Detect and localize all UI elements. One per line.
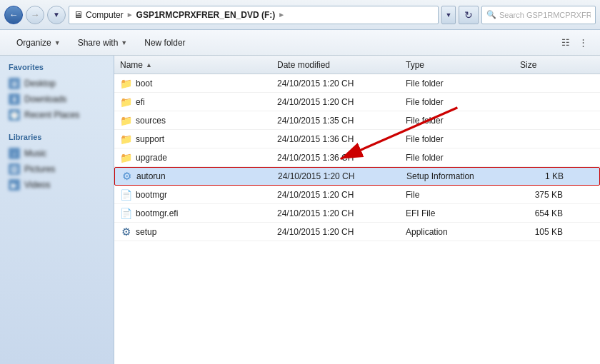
table-row[interactable]: 📄 bootmgr 24/10/2015 1:20 CH File 375 KB: [114, 186, 600, 204]
cell-date: 24/10/2015 1:20 CH: [277, 208, 406, 218]
pictures-icon: 🖼: [9, 163, 20, 175]
search-icon: 🔍: [486, 10, 496, 19]
computer-icon: 🖥: [74, 9, 83, 20]
breadcrumb-drive: GSP1RMCPRXFRER_EN_DVD (F:): [136, 10, 276, 20]
sidebar-libraries: Libraries ♪ Music 🖼 Pictures ▶ Videos: [3, 131, 111, 193]
forward-button[interactable]: →: [26, 6, 44, 24]
cell-filename: 📁 boot: [120, 78, 277, 89]
cell-type: File: [406, 190, 520, 200]
file-list-header: Name ▲ Date modified Type Size: [114, 56, 600, 74]
file-icon: ⚙: [121, 171, 132, 182]
breadcrumb-sep-2: ►: [278, 11, 285, 19]
filename-text: sources: [136, 116, 166, 126]
search-box[interactable]: 🔍 Search GSP1RMCPRXFRER...: [481, 6, 596, 24]
videos-icon: ▶: [9, 179, 20, 191]
sidebar: Favorites 🖥 Desktop ⬇ Downloads 🕐 Recent…: [0, 56, 114, 364]
file-icon: 📁: [120, 133, 131, 145]
sidebar-item-desktop[interactable]: 🖥 Desktop: [3, 76, 111, 91]
cell-date: 24/10/2015 1:36 CH: [277, 134, 406, 144]
table-row[interactable]: ⚙ autorun 24/10/2015 1:20 CH Setup Infor…: [114, 167, 600, 186]
organize-button[interactable]: Organize ▼: [9, 33, 69, 53]
recent-icon: 🕐: [9, 109, 20, 121]
cell-type: File folder: [406, 116, 520, 126]
cell-type: Setup Information: [406, 171, 521, 181]
cell-filename: ⚙ autorun: [121, 171, 278, 182]
filename-text: efi: [136, 97, 145, 107]
refresh-button[interactable]: ↻: [459, 6, 479, 24]
cell-date: 24/10/2015 1:20 CH: [277, 190, 406, 200]
cell-type: Application: [406, 227, 520, 237]
cell-size: 1 KB: [521, 171, 578, 181]
filename-text: setup: [136, 227, 156, 237]
column-date[interactable]: Date modified: [277, 60, 406, 70]
cell-filename: 📄 bootmgr: [120, 189, 277, 201]
main-area: Favorites 🖥 Desktop ⬇ Downloads 🕐 Recent…: [0, 56, 600, 364]
breadcrumb[interactable]: 🖥 Computer ► GSP1RMCPRXFRER_EN_DVD (F:) …: [69, 6, 439, 24]
table-row[interactable]: 📁 sources 24/10/2015 1:35 CH File folder: [114, 111, 600, 130]
breadcrumb-computer: Computer: [86, 10, 124, 20]
filename-text: upgrade: [136, 153, 167, 163]
column-name[interactable]: Name ▲: [120, 60, 277, 70]
file-icon: 📁: [120, 96, 131, 108]
sidebar-item-videos[interactable]: ▶ Videos: [3, 177, 111, 193]
cell-size: 105 KB: [520, 227, 577, 237]
file-icon: 📁: [120, 78, 131, 89]
breadcrumb-sep-1: ►: [126, 11, 134, 19]
address-bar: ← → ▼ 🖥 Computer ► GSP1RMCPRXFRER_EN_DVD…: [0, 0, 600, 30]
music-icon: ♪: [9, 148, 20, 159]
table-row[interactable]: 📁 boot 24/10/2015 1:20 CH File folder: [114, 74, 600, 93]
cell-size: 375 KB: [520, 190, 577, 200]
sidebar-item-recent[interactable]: 🕐 Recent Places: [3, 107, 111, 123]
share-with-label: Share with: [78, 38, 119, 48]
details-view-button[interactable]: ☷: [557, 34, 574, 51]
cell-type: EFI File: [406, 208, 520, 218]
column-size[interactable]: Size: [520, 60, 577, 70]
large-icons-button[interactable]: ⋮: [574, 34, 591, 51]
cell-date: 24/10/2015 1:35 CH: [277, 116, 406, 126]
cell-type: File folder: [406, 153, 520, 163]
cell-filename: 📁 sources: [120, 115, 277, 126]
file-icon: 📁: [120, 115, 131, 126]
table-row[interactable]: 📁 upgrade 24/10/2015 1:36 CH File folder: [114, 148, 600, 167]
sidebar-pictures-label: Pictures: [24, 164, 55, 174]
filename-text: bootmgr: [136, 190, 167, 200]
new-folder-label: New folder: [144, 38, 185, 48]
file-icon: 📁: [120, 152, 131, 163]
cell-size: 654 KB: [520, 208, 577, 218]
filename-text: autorun: [136, 171, 166, 181]
file-icon: 📄: [120, 208, 131, 219]
table-row[interactable]: 📁 support 24/10/2015 1:36 CH File folder: [114, 130, 600, 148]
file-rows-wrapper: 📁 boot 24/10/2015 1:20 CH File folder 📁 …: [114, 74, 600, 241]
sidebar-desktop-label: Desktop: [24, 79, 56, 89]
sidebar-favorites-title: Favorites: [3, 61, 111, 73]
filename-text: support: [136, 134, 164, 144]
sidebar-item-music[interactable]: ♪ Music: [3, 146, 111, 161]
organize-arrow-icon: ▼: [54, 39, 61, 46]
downloads-icon: ⬇: [9, 93, 20, 105]
new-folder-button[interactable]: New folder: [136, 33, 193, 53]
address-dropdown[interactable]: ▼: [441, 6, 456, 24]
cell-type: File folder: [406, 97, 520, 107]
file-rows: 📁 boot 24/10/2015 1:20 CH File folder 📁 …: [114, 74, 600, 241]
sidebar-item-pictures[interactable]: 🖼 Pictures: [3, 161, 111, 177]
cell-type: File folder: [406, 134, 520, 144]
share-with-button[interactable]: Share with ▼: [70, 33, 136, 53]
sidebar-item-downloads[interactable]: ⬇ Downloads: [3, 91, 111, 107]
search-placeholder: Search GSP1RMCPRXFRER...: [499, 11, 591, 19]
cell-type: File folder: [406, 79, 520, 89]
up-button[interactable]: ▼: [47, 6, 66, 24]
sidebar-downloads-label: Downloads: [24, 94, 66, 104]
column-type[interactable]: Type: [406, 60, 520, 70]
back-button[interactable]: ←: [4, 6, 23, 24]
cell-date: 24/10/2015 1:20 CH: [278, 171, 406, 181]
cell-filename: ⚙ setup: [120, 226, 277, 238]
desktop-icon: 🖥: [9, 78, 20, 89]
table-row[interactable]: ⚙ setup 24/10/2015 1:20 CH Application 1…: [114, 223, 600, 241]
cell-filename: 📁 upgrade: [120, 152, 277, 163]
file-icon: 📄: [120, 189, 131, 201]
sidebar-recent-label: Recent Places: [24, 110, 79, 120]
cell-filename: 📁 support: [120, 133, 277, 145]
table-row[interactable]: 📁 efi 24/10/2015 1:20 CH File folder: [114, 93, 600, 111]
table-row[interactable]: 📄 bootmgr.efi 24/10/2015 1:20 CH EFI Fil…: [114, 204, 600, 223]
cell-filename: 📄 bootmgr.efi: [120, 208, 277, 219]
